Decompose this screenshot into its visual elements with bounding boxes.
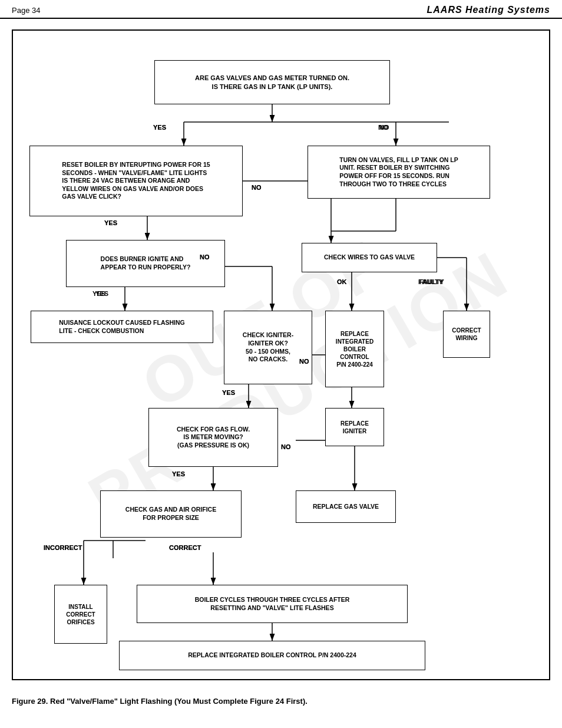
company-name: LAARS Heating Systems bbox=[427, 5, 551, 15]
box-reset-boiler: RESET BOILER BY INTERUPTING POWER FOR 15… bbox=[29, 146, 243, 216]
box-turn-on-valves: TURN ON VALVES, FILL LP TANK ON LPUNIT. … bbox=[308, 146, 490, 199]
label-yes4-disp: YES bbox=[222, 389, 235, 396]
label-no1-disp: NO bbox=[379, 124, 389, 131]
box-boiler-cycles: BOILER CYCLES THROUGH THREE CYCLES AFTER… bbox=[137, 585, 408, 623]
box-check-wires: CHECK WIRES TO GAS VALVE bbox=[302, 243, 437, 272]
box-are-gas-valves: ARE GAS VALVES AND GAS METER TURNED ON.I… bbox=[154, 60, 390, 104]
box-replace-gas-valve: REPLACE GAS VALVE bbox=[296, 490, 396, 523]
label-no4-disp: NO bbox=[299, 358, 309, 365]
label-yes1-disp: YES bbox=[153, 124, 166, 131]
box-nuisance-lockout: NUISANCE LOCKOUT CAUSED FLASHINGLITE - C… bbox=[31, 311, 213, 343]
label-no2-disp: NO bbox=[252, 184, 262, 191]
flowchart: ARE GAS VALVES AND GAS METER TURNED ON.I… bbox=[19, 42, 543, 667]
caption: Figure 29. Red "Valve/Flame" Light Flash… bbox=[0, 691, 562, 710]
label-yes3-disp: YES bbox=[92, 290, 105, 297]
box-replace-integrated-final: REPLACE INTEGRATED BOILER CONTROL P/N 24… bbox=[119, 641, 425, 670]
box-replace-integrated: REPLACEINTEGRATEDBOILERCONTROLP\N 2400-2… bbox=[325, 311, 384, 387]
box-check-orifice: CHECK GAS AND AIR ORIFICEFOR PROPER SIZE bbox=[100, 490, 242, 538]
page-header: Page 34 LAARS Heating Systems bbox=[0, 0, 562, 19]
page-number: Page 34 bbox=[12, 6, 40, 15]
label-incorrect-disp: INCORRECT bbox=[44, 544, 82, 551]
box-correct-wiring: CORRECTWIRING bbox=[443, 311, 490, 358]
label-no5-disp: NO bbox=[281, 443, 291, 450]
box-check-igniter: CHECK IGNITER-IGNITER OK?50 - 150 OHMS,N… bbox=[224, 311, 312, 384]
box-replace-igniter: REPLACEIGNITER bbox=[325, 408, 384, 446]
label-ok-disp: OK bbox=[337, 278, 347, 285]
label-yes2-disp: YES bbox=[104, 219, 117, 226]
label-correct-disp: CORRECT bbox=[169, 544, 201, 551]
label-yes5-disp: YES bbox=[172, 470, 185, 477]
label-no3-disp: NO bbox=[200, 253, 210, 261]
box-does-burner-ignite: DOES BURNER IGNITE ANDAPPEAR TO RUN PROP… bbox=[66, 240, 225, 287]
label-faulty-disp: FAULTY bbox=[418, 278, 443, 285]
box-check-gas-flow: CHECK FOR GAS FLOW.IS METER MOVING?(GAS … bbox=[148, 408, 278, 467]
diagram-container: OUT OFPRODUCTION bbox=[12, 29, 550, 680]
box-install-orifices: INSTALLCORRECTORIFICES bbox=[54, 585, 107, 644]
